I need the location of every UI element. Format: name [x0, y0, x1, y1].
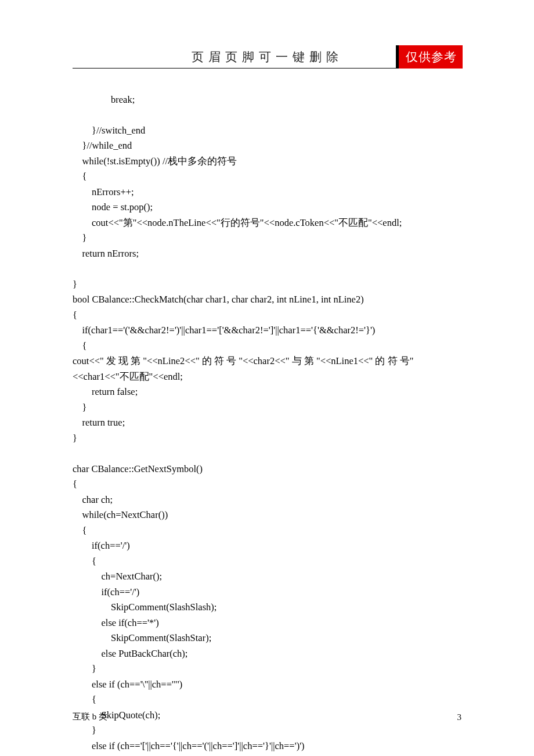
code-line: return nErrors;	[73, 248, 139, 259]
code-line: else if (ch=='['||ch=='{'||ch=='('||ch==…	[73, 740, 305, 751]
code-line: {	[73, 525, 86, 536]
code-line: {	[73, 340, 86, 351]
code-line: }	[73, 725, 96, 736]
page-header: 页眉页脚可一键删除 仅供参考	[73, 45, 461, 69]
code-line: }//switch_end	[73, 125, 145, 136]
code-line: {	[73, 556, 96, 567]
code-line: {	[73, 171, 86, 182]
code-line: while(!st.isEmpty()) //栈中多余的符号	[73, 156, 237, 167]
code-line: {	[73, 309, 77, 321]
code-line: ch=NextChar();	[73, 571, 162, 582]
footer-category: 互联 b 类	[73, 711, 107, 722]
header-badge: 仅供参考	[396, 45, 463, 69]
code-line: else if(ch=='*')	[73, 617, 159, 628]
code-line: bool CBalance::CheckMatch(char char1, ch…	[73, 294, 364, 305]
code-block: break; }//switch_end }//while_end while(…	[73, 77, 461, 754]
code-line: char CBalance::GetNextSymbol()	[73, 463, 203, 474]
code-line: return true;	[73, 417, 125, 428]
code-line: }	[73, 402, 86, 413]
code-line: }	[73, 433, 77, 444]
code-line: }	[73, 232, 86, 243]
code-line: node = st.pop();	[73, 201, 153, 213]
page-number: 3	[457, 712, 462, 722]
code-line: {	[73, 694, 96, 705]
code-line: if(char1=='('&&char2!=')'||char1=='['&&c…	[73, 325, 375, 336]
code-line: if(ch=='/')	[73, 586, 139, 597]
code-line: cout<<" 发 现 第 "<<nLine2<<" 的 符 号 "<<char…	[73, 354, 461, 384]
code-line: if(ch=='/')	[73, 540, 130, 551]
code-line: return false;	[73, 386, 138, 397]
code-line: break;	[73, 94, 135, 105]
code-line: cout<<"第"<<node.nTheLine<<"行的符号"<<node.c…	[73, 217, 402, 228]
code-line: {	[73, 478, 77, 489]
code-line: else if (ch=='\''||ch=='"')	[73, 679, 182, 690]
code-line: }	[73, 663, 96, 674]
code-line: }//while_end	[73, 140, 132, 151]
code-line: SkipComment(SlashStar);	[73, 632, 211, 643]
code-line: }	[73, 279, 77, 290]
code-line: char ch;	[73, 494, 113, 505]
code-line: while(ch=NextChar())	[73, 509, 168, 520]
code-line: SkipComment(SlashSlash);	[73, 602, 217, 613]
code-line: else PutBackChar(ch);	[73, 648, 187, 659]
code-line: nErrors++;	[73, 186, 134, 197]
